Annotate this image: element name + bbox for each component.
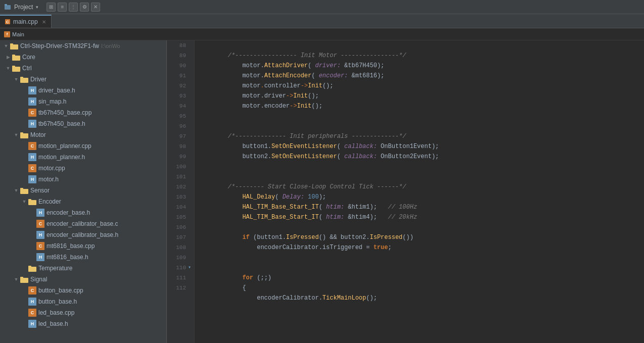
mt6816-base-h-icon: H xyxy=(36,253,44,261)
driver-arrow: ▼ xyxy=(12,77,20,82)
core-folder-icon xyxy=(12,54,20,61)
line-num-101: 101 xyxy=(167,172,190,182)
ctrl-arrow: ▼ xyxy=(4,66,12,71)
close-button[interactable]: ✕ xyxy=(91,3,100,12)
svg-rect-5 xyxy=(12,55,15,57)
svg-rect-11 xyxy=(20,132,23,134)
tab-main-cpp-label: main.cpp xyxy=(13,18,38,25)
sidebar-item-button-base-h[interactable]: H button_base.h xyxy=(0,296,166,307)
code-line-109 xyxy=(199,253,644,263)
title-bar-actions: ⊞ ≡ ⋮ ⚙ ✕ xyxy=(47,3,100,12)
code-content[interactable]: /*----------------- Init Motor ---------… xyxy=(195,40,644,343)
motion-planner-cpp-label: motion_planner.cpp xyxy=(38,142,91,150)
code-line-96: /*-------------- Init peripherals ------… xyxy=(199,121,644,131)
tab-main-cpp[interactable]: C main.cpp ✕ xyxy=(0,15,52,28)
sidebar-item-led-base-h[interactable]: H led_base.h xyxy=(0,318,166,329)
align2-button[interactable]: ⋮ xyxy=(69,3,78,12)
sidebar-item-encoder-calibrator-base-cpp[interactable]: C encoder_calibrator_base.c xyxy=(0,218,166,229)
breadcrumb-bar: f Main xyxy=(0,28,644,40)
project-dropdown-icon[interactable]: ▾ xyxy=(36,5,38,10)
root-arrow: ▼ xyxy=(2,43,10,48)
sensor-label: Sensor xyxy=(30,187,50,194)
line-num-92: 92 xyxy=(167,81,190,91)
ctrl-label: Ctrl xyxy=(22,65,32,72)
core-arrow: ▶ xyxy=(4,55,12,60)
code-line-101: /*-------- Start Close-Loop Control Tick… xyxy=(199,172,644,182)
sidebar-item-encoder-calibrator-base-h[interactable]: H encoder_calibrator_base.h xyxy=(0,229,166,240)
project-label[interactable]: Project xyxy=(14,4,33,11)
code-line-110: for (;;) xyxy=(199,263,644,273)
line-num-96: 96 xyxy=(167,121,190,131)
svg-rect-13 xyxy=(20,188,23,190)
sidebar-item-button-base-cpp[interactable]: C button_base.cpp xyxy=(0,285,166,296)
breadcrumb-main[interactable]: Main xyxy=(12,31,24,37)
motor-h-label: motor.h xyxy=(38,176,59,183)
mt6816-base-cpp-label: mt6816_base.cpp xyxy=(47,242,95,250)
breadcrumb-function-icon: f xyxy=(4,31,10,37)
line-num-102: 102 xyxy=(167,182,190,192)
motor-cpp-label: motor.cpp xyxy=(38,165,65,172)
sidebar-root-item[interactable]: ▼ Ctrl-Step-Driver-STM32F1-fw I:\onWo xyxy=(0,40,166,52)
svg-rect-1 xyxy=(5,4,7,6)
tb67h450-base-cpp-label: tb67h450_base.cpp xyxy=(38,109,91,116)
sidebar-item-motor-h[interactable]: H motor.h xyxy=(0,174,166,185)
temperature-label: Temperature xyxy=(38,265,72,272)
sidebar-item-sin-map-h[interactable]: H sin_map.h xyxy=(0,96,166,107)
mt6816-base-cpp-icon: C xyxy=(36,242,44,250)
sidebar-item-driver-base-h[interactable]: H driver_base.h xyxy=(0,85,166,96)
sidebar-item-driver[interactable]: ▼ Driver xyxy=(0,74,166,85)
tb67h450-base-cpp-icon: C xyxy=(28,109,36,117)
sidebar-item-motion-planner-h[interactable]: H motion_planner.h xyxy=(0,152,166,163)
line-num-112: 112 xyxy=(167,283,190,293)
sidebar-item-motor-cpp[interactable]: C motor.cpp xyxy=(0,163,166,174)
line-num-111: 111 xyxy=(167,273,190,283)
settings-button[interactable]: ⚙ xyxy=(80,3,89,12)
svg-rect-7 xyxy=(12,66,15,68)
line-num-89: 89 xyxy=(167,51,190,61)
tab-cpp-icon: C xyxy=(5,19,10,24)
motor-cpp-icon: C xyxy=(28,164,36,172)
sensor-folder-icon xyxy=(20,187,28,194)
sidebar-item-mt6816-base-cpp[interactable]: C mt6816_base.cpp xyxy=(0,240,166,252)
svg-rect-19 xyxy=(20,277,23,279)
svg-rect-17 xyxy=(28,266,31,268)
sidebar-item-sensor[interactable]: ▼ Sensor xyxy=(0,185,166,196)
line-num-106: 106 xyxy=(167,222,190,232)
sidebar-item-tb67h450-base-h[interactable]: H tb67h450_base.h xyxy=(0,118,166,129)
sidebar-item-led-base-cpp[interactable]: C led_base.cpp xyxy=(0,307,166,318)
button-base-cpp-icon: C xyxy=(28,286,36,295)
sidebar-item-motor[interactable]: ▼ Motor xyxy=(0,129,166,140)
sidebar-item-temperature[interactable]: Temperature xyxy=(0,263,166,274)
sidebar-item-encoder[interactable]: ▼ Encoder xyxy=(0,196,166,207)
svg-rect-9 xyxy=(20,77,23,79)
tab-close-button[interactable]: ✕ xyxy=(42,19,46,25)
mt6816-base-h-label: mt6816_base.h xyxy=(47,254,88,261)
led-base-cpp-icon: C xyxy=(28,309,36,317)
code-indent xyxy=(228,62,243,69)
code-line-88: /*----------------- Init Motor ---------… xyxy=(199,40,644,51)
layout-button[interactable]: ⊞ xyxy=(47,3,56,12)
line-num-93: 93 xyxy=(167,91,190,101)
align-button[interactable]: ≡ xyxy=(58,3,67,12)
sidebar-item-ctrl[interactable]: ▼ Ctrl xyxy=(0,63,166,74)
sidebar-item-tb67h450-base-cpp[interactable]: C tb67h450_base.cpp xyxy=(0,107,166,118)
root-path: I:\onWo xyxy=(101,43,120,49)
signal-arrow: ▼ xyxy=(12,277,20,282)
sidebar-item-motion-planner-cpp[interactable]: C motion_planner.cpp xyxy=(0,140,166,152)
encoder-base-h-icon: H xyxy=(36,209,44,217)
motor-arrow: ▼ xyxy=(12,132,20,137)
led-base-h-icon: H xyxy=(28,320,36,328)
line-num-103: 103 xyxy=(167,192,190,202)
signal-label: Signal xyxy=(30,276,47,283)
sidebar: ▼ Ctrl-Step-Driver-STM32F1-fw I:\onWo ▶ … xyxy=(0,40,167,343)
line-num-98: 98 xyxy=(167,141,190,152)
driver-folder-icon xyxy=(20,76,28,83)
sidebar-item-mt6816-base-h[interactable]: H mt6816_base.h xyxy=(0,252,166,263)
driver-base-h-icon: H xyxy=(28,86,36,94)
sidebar-item-core[interactable]: ▶ Core xyxy=(0,52,166,63)
sidebar-item-encoder-base-h[interactable]: H encoder_base.h xyxy=(0,207,166,218)
sensor-arrow: ▼ xyxy=(12,188,20,193)
sidebar-item-signal[interactable]: ▼ Signal xyxy=(0,274,166,285)
tb67h450-base-h-icon: H xyxy=(28,120,36,128)
button-base-h-label: button_base.h xyxy=(38,298,77,305)
